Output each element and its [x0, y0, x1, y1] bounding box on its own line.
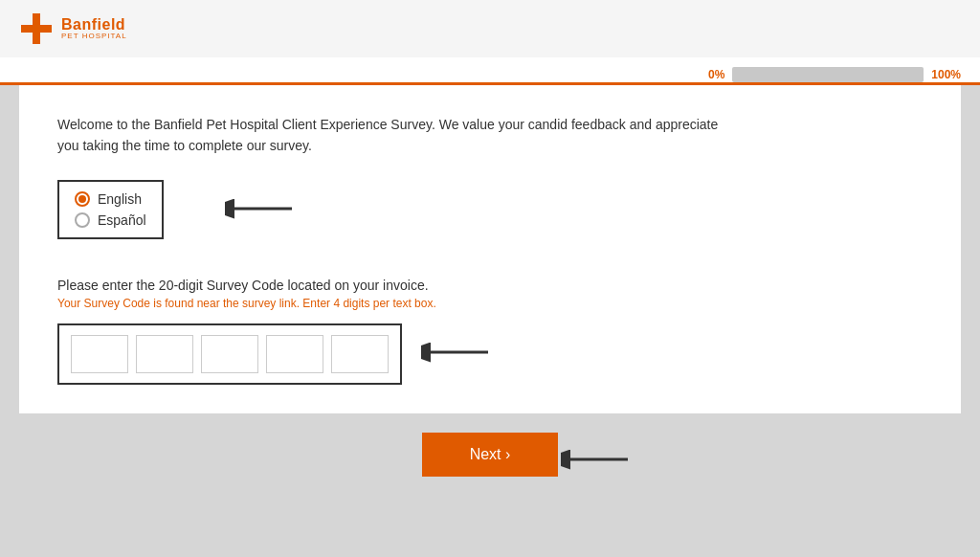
code-input-5[interactable] [331, 335, 389, 373]
progress-end-label: 100% [931, 68, 961, 81]
language-selection-box: English Español [57, 180, 164, 239]
progress-start-label: 0% [708, 68, 724, 81]
svg-rect-1 [21, 25, 52, 33]
survey-code-inputs-box [57, 323, 402, 385]
progress-container: 0% 100% [0, 57, 980, 85]
logo-subtitle: Pet Hospital [61, 33, 127, 41]
header: Banfield Pet Hospital [0, 0, 980, 57]
banfield-logo-icon [19, 11, 54, 46]
language-english-option[interactable]: English [75, 191, 146, 207]
progress-bar-track [732, 67, 924, 82]
code-input-4[interactable] [266, 335, 323, 373]
logo-brand: Banfield [61, 16, 127, 33]
language-espanol-option[interactable]: Español [75, 212, 146, 228]
espanol-label: Español [98, 212, 146, 228]
survey-code-section: Please enter the 20-digit Survey Code lo… [57, 278, 923, 385]
code-arrow-annotation [421, 333, 498, 371]
espanol-radio[interactable] [75, 212, 90, 228]
code-input-3[interactable] [201, 335, 258, 373]
survey-code-hint: Your Survey Code is found near the surve… [57, 297, 923, 310]
survey-code-title: Please enter the 20-digit Survey Code lo… [57, 278, 923, 293]
english-radio[interactable] [75, 191, 90, 207]
main-content: Welcome to the Banfield Pet Hospital Cli… [19, 85, 961, 413]
logo: Banfield Pet Hospital [19, 11, 127, 46]
code-input-1[interactable] [71, 335, 128, 373]
next-arrow-annotation [561, 440, 637, 479]
bottom-area: Next › [0, 413, 980, 496]
english-label: English [98, 191, 142, 207]
next-button[interactable]: Next › [422, 433, 559, 477]
progress-area: 0% 100% [0, 57, 980, 85]
language-arrow-annotation [225, 189, 301, 228]
code-input-2[interactable] [136, 335, 193, 373]
welcome-text: Welcome to the Banfield Pet Hospital Cli… [57, 114, 727, 157]
logo-text: Banfield Pet Hospital [61, 16, 127, 41]
